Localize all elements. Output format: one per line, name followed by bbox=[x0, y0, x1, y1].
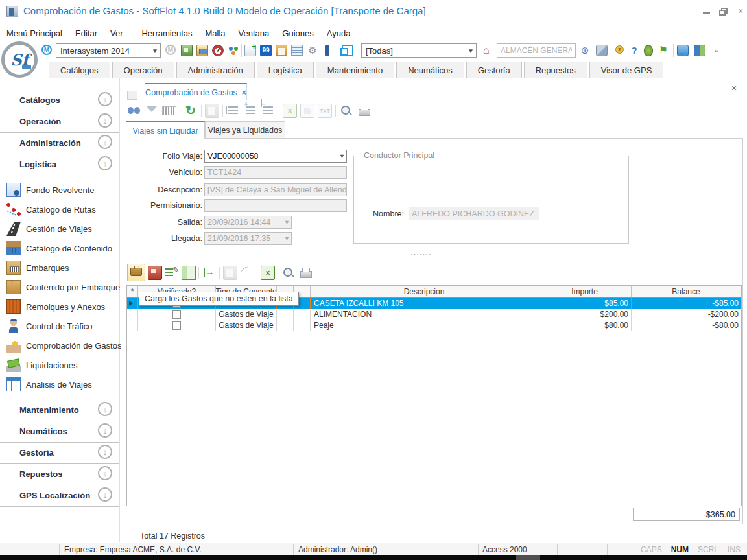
folio-viaje-select[interactable]: VJE00000058 ▼ bbox=[204, 150, 347, 163]
chevron-down-circle-icon[interactable]: ↓ bbox=[98, 92, 112, 106]
menu-item-malla[interactable]: Malla bbox=[199, 27, 232, 40]
menu-item-ver[interactable]: Ver bbox=[104, 27, 130, 40]
tab-repuestos[interactable]: Repuestos bbox=[524, 62, 587, 78]
tab-administracion[interactable]: Administración bbox=[176, 62, 255, 78]
sidebar-section-mantenimiento[interactable]: Mantenimiento ↓ bbox=[0, 401, 120, 419]
print-preview-icon[interactable] bbox=[339, 104, 353, 118]
salida-field[interactable]: 20/09/2016 14:44 ▼ bbox=[204, 216, 292, 229]
document-tab-comprobacion[interactable]: Comprobación de Gastos × bbox=[145, 83, 247, 100]
filter-select[interactable]: [Todas] ▼ bbox=[361, 43, 477, 58]
paperclip-icon[interactable]: ⌒ bbox=[237, 263, 257, 283]
menu-item-ayuda[interactable]: Ayuda bbox=[320, 27, 357, 40]
chevron-down-circle-icon[interactable]: ↓ bbox=[98, 423, 112, 438]
minimize-button[interactable] bbox=[700, 6, 713, 17]
sidebar-section-administracion[interactable]: Administración ↓ bbox=[0, 134, 120, 152]
sidebar-item-embarques[interactable]: Embarques bbox=[0, 259, 120, 277]
sidebar-item-fondo-revolvente[interactable]: Fondo Revolvente bbox=[0, 181, 120, 200]
tab-mantenimiento[interactable]: Mantenimiento bbox=[316, 62, 394, 78]
bug-icon[interactable] bbox=[644, 45, 653, 56]
sidebar-section-repuestos[interactable]: Repuestos ↓ bbox=[0, 465, 120, 484]
close-document-icon[interactable]: × bbox=[729, 84, 739, 94]
tab-gestoria[interactable]: Gestoría bbox=[466, 62, 522, 78]
search-tools-icon[interactable] bbox=[596, 45, 608, 56]
sidebar-item-catalogo-contenido[interactable]: Catálogo de Contenido bbox=[0, 239, 120, 258]
restore-button[interactable] bbox=[717, 6, 730, 17]
warehouse-input[interactable] bbox=[497, 43, 576, 58]
chevron-down-icon[interactable]: ▼ bbox=[150, 47, 160, 54]
book-icon[interactable] bbox=[325, 45, 337, 56]
tab-visor-gps[interactable]: Visor de GPS bbox=[589, 62, 664, 78]
badge-99-icon[interactable]: 99 bbox=[260, 45, 272, 56]
cell-verificado[interactable] bbox=[138, 320, 216, 331]
refresh-icon[interactable]: ↻ bbox=[184, 104, 198, 118]
clipboard-icon[interactable] bbox=[276, 45, 287, 56]
tab-scroll-stub[interactable] bbox=[127, 91, 137, 100]
print-icon[interactable] bbox=[357, 104, 371, 118]
flag-icon[interactable]: ⚑ bbox=[658, 45, 669, 56]
chevron-down-circle-icon[interactable]: ↓ bbox=[98, 466, 112, 480]
llegada-field[interactable]: 21/09/2016 17:35 ▼ bbox=[204, 232, 292, 245]
fuel-pump-icon[interactable] bbox=[148, 266, 162, 280]
checkbox[interactable] bbox=[172, 310, 181, 319]
exit-icon[interactable] bbox=[694, 45, 706, 56]
sidebar-item-catalogo-rutas[interactable]: Catálogo de Rutas bbox=[0, 200, 120, 219]
table-view-icon[interactable] bbox=[182, 266, 196, 280]
barcode-icon[interactable] bbox=[162, 106, 176, 115]
permisionario-field[interactable] bbox=[204, 199, 347, 212]
export-excel-icon[interactable]: X bbox=[261, 266, 275, 280]
sidebar-section-operacion[interactable]: Operación ↓ bbox=[0, 112, 120, 131]
sidebar-section-neumaticos[interactable]: Neumáticos ↓ bbox=[0, 422, 120, 441]
tab-viajes-ya-liquidados[interactable]: Viajes ya Liquidados bbox=[205, 121, 285, 138]
chevron-down-icon[interactable]: ▼ bbox=[466, 47, 476, 54]
chevron-down-circle-icon[interactable]: ↓ bbox=[98, 487, 112, 502]
menu-item-ventana[interactable]: Ventana bbox=[232, 27, 276, 40]
chevron-down-circle-icon[interactable]: ↓ bbox=[98, 402, 112, 416]
menu-item-editar[interactable]: Editar bbox=[69, 27, 104, 40]
help-icon[interactable]: ? bbox=[628, 45, 640, 56]
table-row[interactable]: Gastos de Viaje Peaje $80.00 -$80.00 bbox=[127, 320, 741, 331]
company-select[interactable]: Interasystem 2014 ▼ bbox=[56, 43, 161, 58]
menu-item-herramientas[interactable]: Herramientas bbox=[135, 27, 198, 40]
edit-list-icon[interactable] bbox=[165, 266, 179, 280]
search-binoculars-icon[interactable] bbox=[127, 104, 141, 118]
globe-icon[interactable]: ⊕ bbox=[579, 45, 591, 56]
tab-operacion[interactable]: Operación bbox=[112, 62, 174, 78]
filter-icon[interactable] bbox=[145, 104, 159, 118]
chevron-down-icon[interactable]: ▼ bbox=[339, 153, 345, 159]
sidebar-item-comprobacion-gastos[interactable]: Comprobación de Gastos bbox=[0, 336, 120, 355]
menu-item-principal[interactable]: Menú Principal bbox=[0, 27, 69, 40]
table-row[interactable]: Gastos de Viaje ALIMENTACION $200.00 -$2… bbox=[127, 309, 741, 320]
cell-verificado[interactable] bbox=[138, 309, 216, 320]
sidebar-item-control-trafico[interactable]: Control de Tráfico bbox=[0, 317, 120, 336]
coins-icon[interactable] bbox=[613, 45, 624, 56]
users-icon[interactable] bbox=[228, 45, 239, 56]
tab-logistica[interactable]: Logística bbox=[257, 62, 314, 78]
collapse-tree-icon[interactable] bbox=[261, 104, 276, 118]
tab-catalogos[interactable]: Catálogos bbox=[49, 62, 110, 78]
windows-icon[interactable] bbox=[342, 45, 353, 56]
menu-item-guiones[interactable]: Guiones bbox=[276, 27, 320, 40]
chevron-up-circle-icon[interactable]: ↑ bbox=[98, 156, 112, 170]
dashboard-icon[interactable] bbox=[212, 45, 224, 56]
gear-icon[interactable]: ⚙ bbox=[307, 45, 318, 56]
chevron-down-circle-icon[interactable]: ↓ bbox=[98, 135, 112, 149]
m-badge-icon[interactable]: M bbox=[42, 45, 52, 55]
tree-view-icon[interactable] bbox=[226, 104, 241, 118]
gallery-icon[interactable] bbox=[196, 45, 208, 56]
sidebar-section-logistica[interactable]: Logistica ↑ bbox=[0, 155, 120, 174]
splitter-handle[interactable]: ······· bbox=[410, 250, 432, 258]
sidebar-section-gestoria[interactable]: Gestoría ↓ bbox=[0, 443, 120, 462]
chat-icon[interactable] bbox=[677, 45, 689, 56]
expand-tree-icon[interactable] bbox=[244, 104, 258, 118]
header-balance[interactable]: Balance bbox=[632, 286, 741, 297]
home-icon[interactable]: ⌂ bbox=[480, 45, 492, 56]
new-document-icon[interactable] bbox=[244, 45, 256, 56]
print-icon[interactable] bbox=[298, 266, 313, 280]
header-descripcion[interactable]: Descripcion bbox=[311, 286, 538, 297]
overflow-icon[interactable]: » bbox=[710, 45, 722, 56]
vehicle-icon[interactable] bbox=[181, 45, 193, 56]
sidebar-item-analisis-viajes[interactable]: Analisis de Viajes bbox=[0, 375, 120, 394]
tab-neumaticos[interactable]: Neumáticos bbox=[396, 62, 464, 78]
sidebar-item-gestion-viajes[interactable]: Gestión de Viajes bbox=[0, 220, 120, 239]
tab-close-icon[interactable]: × bbox=[242, 88, 246, 97]
